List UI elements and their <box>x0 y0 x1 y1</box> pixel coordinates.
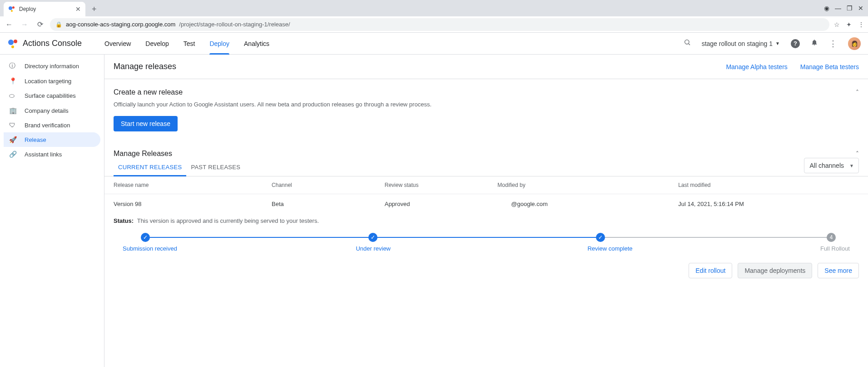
app-header: Actions Console Overview Develop Test De… <box>0 33 868 55</box>
devices-icon: ⬭ <box>9 92 17 100</box>
manage-releases-title: Manage Releases <box>114 150 172 158</box>
see-more-button[interactable]: See more <box>818 263 859 278</box>
tab-current-releases[interactable]: CURRENT RELEASES <box>114 158 186 176</box>
notifications-icon[interactable] <box>811 39 818 48</box>
progress-label-1: Submission received <box>123 245 177 252</box>
status-text: This version is approved and is currentl… <box>137 217 319 224</box>
close-window-button[interactable]: ✕ <box>858 5 863 12</box>
help-icon[interactable]: ? <box>791 39 800 48</box>
sidebar-item-label: Assistant links <box>25 151 62 158</box>
minimize-button[interactable]: — <box>835 5 841 12</box>
lock-icon: 🔒 <box>55 21 62 28</box>
sidebar-item-label: Location targeting <box>25 78 71 85</box>
sidebar-item-surface[interactable]: ⬭ Surface capabilities <box>4 88 100 103</box>
sidebar-item-assistant-links[interactable]: 🔗 Assistant links <box>4 147 100 161</box>
app-title: Actions Console <box>23 39 82 48</box>
start-new-release-button[interactable]: Start new release <box>114 116 178 131</box>
project-name: stage rollout on staging 1 <box>702 40 773 47</box>
reload-icon[interactable]: ⟳ <box>35 20 45 29</box>
sidebar-item-brand[interactable]: 🛡 Brand verification <box>4 118 100 132</box>
page-title-bar: Manage releases Manage Alpha testers Man… <box>104 55 868 79</box>
progress-node-1: ✓ <box>141 233 150 242</box>
incognito-icon: ◉ <box>824 5 829 12</box>
collapse-icon[interactable]: ˄ <box>856 89 859 96</box>
progress-node-2: ✓ <box>368 233 377 242</box>
page-title: Manage releases <box>114 62 176 71</box>
restore-button[interactable]: ❐ <box>847 5 853 12</box>
tab-past-releases[interactable]: PAST RELEASES <box>186 158 245 176</box>
new-tab-button[interactable]: + <box>85 2 103 16</box>
browser-menu-icon[interactable]: ⋮ <box>858 21 864 28</box>
window-controls: ◉ — ❐ ✕ <box>824 0 868 16</box>
sidebar-item-directory[interactable]: ⓘ Directory information <box>4 58 100 74</box>
col-release-name: Release name <box>114 182 272 188</box>
cell-channel: Beta <box>272 201 385 207</box>
nav-test[interactable]: Test <box>184 33 195 55</box>
caret-down-icon: ▼ <box>849 163 854 168</box>
url-path: /project/stage-rollout-on-staging-1/rele… <box>179 21 290 28</box>
info-icon: ⓘ <box>9 62 17 70</box>
releases-table: Release name Channel Review status Modif… <box>104 176 868 214</box>
address-bar: ← → ⟳ 🔒 aog-console-acs-staging.corp.goo… <box>0 16 868 33</box>
main-content: Manage releases Manage Alpha testers Man… <box>104 55 868 367</box>
create-release-description: Officially launch your Action to Google … <box>114 101 859 108</box>
pin-icon: 📍 <box>9 77 17 85</box>
sidebar-item-release[interactable]: 🚀 Release <box>4 132 100 147</box>
back-icon[interactable]: ← <box>4 20 15 29</box>
table-row[interactable]: Version 98 Beta Approved @google.com Jul… <box>104 194 868 214</box>
tab-title: Deploy <box>19 6 36 12</box>
table-header: Release name Channel Review status Modif… <box>104 176 868 194</box>
extensions-icon[interactable]: ✦ <box>846 21 852 28</box>
sidebar-item-location[interactable]: 📍 Location targeting <box>4 74 100 88</box>
sidebar-item-label: Brand verification <box>25 122 70 129</box>
col-last-modified: Last modified <box>678 182 859 188</box>
nav-deploy[interactable]: Deploy <box>209 33 229 55</box>
status-row: Status: This version is approved and is … <box>104 214 868 233</box>
progress-node-3: ✓ <box>596 233 605 242</box>
manage-releases-section: Manage Releases ˄ <box>104 141 868 158</box>
close-icon[interactable]: ✕ <box>75 6 81 12</box>
manage-beta-link[interactable]: Manage Beta testers <box>800 63 859 70</box>
manage-deployments-button[interactable]: Manage deployments <box>738 263 812 278</box>
search-icon[interactable] <box>684 39 691 48</box>
progress-label-3: Review complete <box>587 245 632 252</box>
nav-overview[interactable]: Overview <box>104 33 131 55</box>
progress-tracker: ✓ ✓ ✓ 4 Submission received Under review… <box>104 233 868 252</box>
star-icon[interactable]: ☆ <box>834 21 840 28</box>
sidebar-item-label: Release <box>25 136 46 143</box>
assistant-favicon <box>8 5 15 13</box>
url-host: aog-console-acs-staging.corp.google.com <box>66 21 175 28</box>
create-release-title: Create a new release <box>114 88 183 96</box>
caret-down-icon: ▼ <box>775 41 780 46</box>
building-icon: 🏢 <box>9 107 17 114</box>
channel-filter-select[interactable]: All channels ▼ <box>804 158 859 173</box>
collapse-icon[interactable]: ˄ <box>856 150 859 157</box>
more-menu-icon[interactable]: ⋮ <box>829 39 837 49</box>
progress-node-4: 4 <box>827 233 836 242</box>
svg-point-0 <box>684 40 689 44</box>
project-selector[interactable]: stage rollout on staging 1 ▼ <box>702 40 780 47</box>
cell-review-status: Approved <box>385 201 498 207</box>
app-logo[interactable]: Actions Console <box>7 38 104 49</box>
browser-tab[interactable]: Deploy ✕ <box>4 2 85 16</box>
progress-label-2: Under review <box>356 245 391 252</box>
sidebar-item-label: Directory information <box>25 63 79 70</box>
nav-analytics[interactable]: Analytics <box>244 33 269 55</box>
cell-release-name: Version 98 <box>114 201 272 207</box>
manage-alpha-link[interactable]: Manage Alpha testers <box>726 63 787 70</box>
avatar[interactable]: 👩 <box>848 37 861 50</box>
create-release-section: Create a new release ˄ Officially launch… <box>104 79 868 141</box>
sidebar-item-label: Surface capabilities <box>25 92 76 99</box>
url-input[interactable]: 🔒 aog-console-acs-staging.corp.google.co… <box>50 18 829 31</box>
col-review-status: Review status <box>385 182 498 188</box>
svg-line-1 <box>689 44 690 45</box>
sidebar: ⓘ Directory information 📍 Location targe… <box>0 55 104 367</box>
forward-icon: → <box>19 20 30 29</box>
primary-nav: Overview Develop Test Deploy Analytics <box>104 33 269 55</box>
cell-last-modified: Jul 14, 2021, 5:16:14 PM <box>678 201 859 207</box>
edit-rollout-button[interactable]: Edit rollout <box>689 263 732 278</box>
nav-develop[interactable]: Develop <box>145 33 169 55</box>
progress-label-4: Full Rollout <box>820 245 850 252</box>
col-channel: Channel <box>272 182 385 188</box>
sidebar-item-company[interactable]: 🏢 Company details <box>4 103 100 118</box>
